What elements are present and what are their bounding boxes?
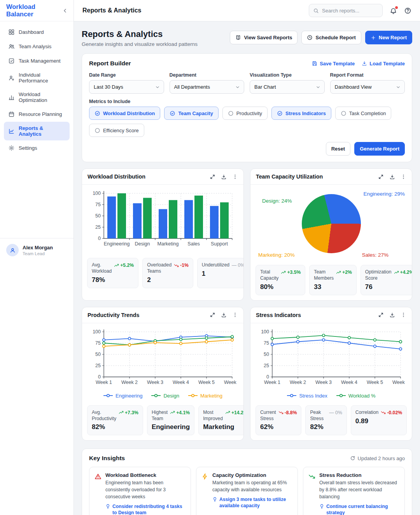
download-chart-button[interactable] bbox=[389, 174, 395, 180]
reset-button[interactable]: Reset bbox=[326, 142, 350, 156]
pie-label-marketing: Marketing: 20% bbox=[258, 252, 295, 258]
sidebar-item-team-analysis[interactable]: Team Analysis bbox=[4, 40, 70, 53]
stat-delta: +2% bbox=[336, 270, 352, 275]
stat-highest-team: Highest Team +4.1%Engineering bbox=[147, 405, 194, 436]
capacity-pie bbox=[302, 194, 361, 253]
book-icon bbox=[235, 35, 241, 40]
download-icon bbox=[362, 61, 367, 66]
stat-total-capacity: Total Capacity +3.5%80% bbox=[256, 265, 305, 295]
sidebar-item-settings[interactable]: Settings bbox=[4, 141, 70, 155]
svg-text:Week 3: Week 3 bbox=[315, 380, 332, 385]
reports-icon bbox=[8, 128, 15, 135]
download-chart-button[interactable] bbox=[221, 312, 227, 318]
collapse-sidebar-icon[interactable] bbox=[62, 8, 68, 14]
save-template-button[interactable]: Save Template bbox=[312, 61, 355, 67]
team-capacity-card: Team Capacity Utilization Engineering: 2… bbox=[250, 168, 412, 301]
department-select[interactable]: All Departments bbox=[170, 80, 245, 94]
pie-label-sales: Sales: 27% bbox=[362, 252, 388, 258]
user-profile[interactable]: Alex Morgan Team Lead bbox=[0, 238, 74, 262]
expand-button[interactable] bbox=[210, 312, 215, 318]
stat-label: Avg. Workload bbox=[92, 262, 112, 275]
field-date-range: Date RangeLast 30 Days bbox=[89, 72, 164, 94]
help-button[interactable] bbox=[404, 7, 411, 14]
insight-action[interactable]: Consider redistributing 4 tasks to Desig… bbox=[105, 503, 186, 515]
insight-action[interactable]: Assign 3 more tasks to utilize available… bbox=[212, 496, 292, 509]
stress-stats: Current Stress -8.8%62%Peak Stress— 0%82… bbox=[250, 401, 412, 441]
expand-button[interactable] bbox=[378, 312, 384, 318]
svg-text:25: 25 bbox=[95, 363, 101, 368]
stat-value: 2 bbox=[147, 276, 189, 284]
metric-productivity[interactable]: Productivity bbox=[222, 107, 268, 120]
stress-indicators-card: Stress Indicators 0255075100Week 1Week 2… bbox=[250, 307, 412, 441]
sidebar-item-individual-performance[interactable]: Individual Performance bbox=[4, 68, 70, 87]
svg-text:Design: Design bbox=[135, 241, 150, 247]
svg-text:75: 75 bbox=[95, 202, 101, 207]
stat-value: 33 bbox=[314, 283, 352, 291]
settings-icon bbox=[8, 145, 15, 151]
stat-delta: +4.1% bbox=[170, 410, 190, 415]
load-template-button[interactable]: Load Template bbox=[362, 61, 405, 67]
stat-value: Engineering bbox=[152, 423, 190, 431]
insight-stress-reduction: Stress ReductionOverall team stress leve… bbox=[303, 467, 405, 515]
trend-up-icon bbox=[119, 410, 124, 415]
chart-menu-button[interactable] bbox=[401, 174, 406, 180]
workload-distribution-card: Workload Distribution 0255075100Engineer… bbox=[82, 168, 244, 301]
insight-body: Marketing team is operating at 65% capac… bbox=[212, 480, 292, 493]
svg-text:100: 100 bbox=[93, 329, 101, 335]
expand-button[interactable] bbox=[378, 174, 384, 180]
visualization-type-select[interactable]: Bar Chart bbox=[250, 80, 325, 94]
chart-menu-button[interactable] bbox=[232, 312, 238, 318]
chart-menu-button[interactable] bbox=[232, 174, 238, 180]
brand-name: Workload Balancer bbox=[6, 3, 62, 18]
view-saved-reports-button[interactable]: View Saved Reports bbox=[230, 31, 298, 44]
svg-text:50: 50 bbox=[264, 352, 269, 357]
new-report-label: New Report bbox=[379, 35, 407, 40]
sidebar-item-reports-analytics[interactable]: Reports & Analytics bbox=[4, 122, 70, 140]
profile-name: Alex Morgan bbox=[23, 245, 53, 250]
chart-title: Team Capacity Utilization bbox=[256, 173, 323, 180]
download-icon bbox=[221, 312, 227, 318]
notifications-button[interactable] bbox=[390, 7, 397, 14]
tasks-icon bbox=[8, 58, 15, 64]
trend-down-icon bbox=[308, 473, 315, 515]
productivity-trends-card: Productivity Trends 0255075100Week 1Week… bbox=[82, 307, 244, 441]
expand-icon bbox=[210, 312, 215, 318]
stat-underutilized: Underutilized— 0%1 bbox=[197, 258, 244, 288]
sidebar-item-task-management[interactable]: Task Management bbox=[4, 54, 70, 68]
stat-label: Most Improved bbox=[203, 410, 223, 422]
search-icon bbox=[313, 8, 319, 14]
new-report-button[interactable]: New Report bbox=[365, 31, 412, 44]
download-chart-button[interactable] bbox=[389, 312, 395, 318]
report-format-select[interactable]: Dashboard View bbox=[330, 80, 405, 94]
insight-action[interactable]: Continue current balancing strategy bbox=[319, 503, 399, 515]
insight-title: Capacity Optimization bbox=[212, 472, 292, 478]
sidebar-item-resource-planning[interactable]: Resource Planning bbox=[4, 107, 70, 121]
metric-efficiency-score[interactable]: Efficiency Score bbox=[89, 124, 144, 137]
metric-task-completion[interactable]: Task Completion bbox=[335, 107, 392, 120]
legend-stress-index: Stress Index bbox=[287, 393, 327, 399]
chart-menu-button[interactable] bbox=[401, 312, 406, 318]
metric-workload-distribution[interactable]: Workload Distribution bbox=[89, 107, 160, 120]
pie-label-design: Design: 24% bbox=[262, 198, 292, 204]
schedule-report-button[interactable]: Schedule Report bbox=[301, 31, 361, 44]
sidebar-item-workload-optimization[interactable]: Workload Optimization bbox=[4, 88, 70, 107]
dashboard-icon bbox=[8, 29, 15, 35]
sidebar-nav: DashboardTeam AnalysisTask ManagementInd… bbox=[0, 21, 74, 156]
chevron-down-icon bbox=[155, 84, 160, 90]
metric-team-capacity[interactable]: Team Capacity bbox=[164, 107, 218, 120]
download-chart-button[interactable] bbox=[221, 174, 227, 180]
metric-label: Productivity bbox=[236, 110, 262, 116]
svg-text:0: 0 bbox=[266, 374, 269, 380]
date-range-select[interactable]: Last 30 Days bbox=[89, 80, 164, 94]
expand-button[interactable] bbox=[210, 174, 215, 180]
sidebar-item-label: Settings bbox=[19, 145, 37, 151]
builder-fields: Date RangeLast 30 DaysDepartmentAll Depa… bbox=[89, 72, 405, 94]
stat-overloaded-teams: Overloaded Teams -1%2 bbox=[142, 258, 193, 288]
generate-report-button[interactable]: Generate Report bbox=[354, 142, 405, 156]
brand: Workload Balancer bbox=[0, 0, 74, 21]
metric-stress-indicators[interactable]: Stress Indicators bbox=[271, 107, 331, 120]
sidebar-item-dashboard[interactable]: Dashboard bbox=[4, 25, 70, 39]
search-box bbox=[309, 4, 383, 17]
search-input[interactable] bbox=[322, 8, 378, 14]
key-insights-card: Key Insights Updated 2 hours ago Workloa… bbox=[82, 448, 412, 515]
